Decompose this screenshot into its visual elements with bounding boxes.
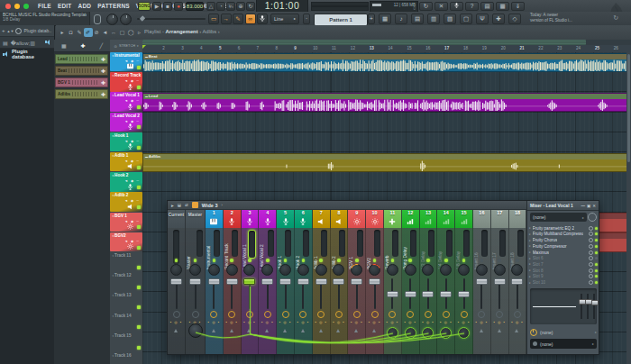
step-record-icon[interactable]: →	[221, 14, 232, 24]
mixer-strip-adlib-1[interactable]: 7Adlib 1▪ ◎ ▪	[313, 210, 331, 354]
strip-body[interactable]: Adlib 2▪ ◎ ▪	[331, 228, 348, 354]
send-knob[interactable]	[422, 327, 434, 339]
strip-header[interactable]: 6	[295, 210, 312, 228]
piano-roll-icon[interactable]: ♪	[395, 14, 407, 24]
mixer-strip-reverb[interactable]: 11Reverb▪ ◎ ▪	[384, 210, 402, 354]
save-icon[interactable]: ▤	[480, 2, 494, 11]
strip-fader[interactable]	[208, 278, 220, 285]
stereo-sep-knob[interactable]	[299, 311, 306, 318]
track-header-8[interactable]: Adlib 2◄ ◆ ─	[110, 192, 142, 211]
play-button[interactable]: ▶	[152, 2, 161, 11]
rack-slot-10[interactable]: ▸Slot 10	[529, 279, 598, 286]
route-arrow[interactable]	[174, 329, 178, 332]
mixer-strip-insert-16[interactable]: 16Insert 16▪ ◎ ▪	[473, 210, 491, 354]
strip-led[interactable]	[319, 259, 323, 262]
strip-body[interactable]: Insert 16▪ ◎ ▪	[473, 228, 490, 354]
master-route-knob[interactable]	[188, 323, 203, 338]
mixer-detach-icon[interactable]: ⬓	[178, 203, 181, 207]
strip-pan-knob[interactable]	[170, 264, 182, 276]
strip-pan-knob[interactable]	[316, 264, 327, 276]
route-arrow[interactable]	[319, 329, 323, 332]
strip-led[interactable]	[516, 259, 519, 262]
track-header-10[interactable]: BGV2◄ ◆ ─	[110, 232, 142, 251]
strip-pan-knob[interactable]	[476, 264, 488, 276]
song-mode-button[interactable]: SONG	[138, 2, 151, 11]
rack-slot-4[interactable]: ▸Fruity Compressor	[529, 243, 598, 250]
mixer-layout-selector[interactable]: Wide 3	[202, 203, 218, 208]
pattern-selector[interactable]: Pattern 1	[314, 14, 368, 26]
strip-fader[interactable]	[226, 278, 238, 285]
track-header-16[interactable]: Track 16	[110, 352, 142, 364]
strip-body[interactable]: BGV 1▪ ◎ ▪	[348, 228, 365, 354]
time-shuttle-slider[interactable]	[137, 18, 206, 20]
slot-name[interactable]: Slot 7	[533, 262, 544, 267]
track-armed-led[interactable]	[137, 186, 141, 189]
route-arrow[interactable]	[515, 329, 518, 332]
strip-fader[interactable]	[387, 291, 398, 297]
close-window-button[interactable]	[5, 4, 11, 9]
main-volume-knob[interactable]	[106, 14, 118, 25]
rack-slot-1[interactable]: ▸Fruity parametric EQ 2	[529, 225, 598, 232]
time-display[interactable]: 1:01:00	[256, 0, 308, 12]
picker-clip-beat[interactable]: Beat✚	[55, 66, 108, 76]
strip-led[interactable]	[426, 259, 430, 262]
export-icon[interactable]: ⇓	[511, 2, 525, 11]
project-picker-icon[interactable]: ▢	[460, 14, 472, 24]
main-pitch-knob[interactable]	[120, 14, 132, 25]
track-armed-led[interactable]	[137, 266, 141, 269]
track-sun-icon[interactable]	[127, 243, 133, 250]
mixer-icon[interactable]: ▥	[427, 14, 440, 24]
slot-enable-led[interactable]	[595, 251, 598, 254]
track-mic-icon[interactable]	[127, 123, 133, 130]
slot-name[interactable]: Fruity Compressor	[533, 244, 567, 249]
strip-pan-knob[interactable]	[369, 264, 380, 276]
track-header-5[interactable]: Hook 1◄ ◆ ─	[110, 132, 142, 151]
stereo-sep-knob[interactable]	[228, 311, 235, 318]
send-knob[interactable]	[387, 327, 398, 339]
strip-header[interactable]: 1	[206, 210, 223, 228]
route-arrow[interactable]	[283, 329, 287, 332]
overdub-icon[interactable]: ⊕	[236, 2, 245, 11]
strip-body[interactable]: Insert 17▪ ◎ ▪	[491, 228, 508, 354]
mixer-strip-1-2-delay[interactable]: 131/2 Delay▪ ◎ ▪	[420, 210, 438, 354]
strip-body[interactable]: 1/2 Delay▪ ◎ ▪	[420, 228, 437, 354]
wait-input-icon[interactable]: ◔	[216, 2, 225, 11]
stereo-sep-knob[interactable]	[353, 311, 361, 318]
strip-header[interactable]: 9	[348, 210, 365, 228]
send-knob[interactable]	[405, 327, 416, 339]
slot-mix-knob[interactable]	[589, 280, 593, 285]
strip-led[interactable]	[462, 259, 466, 262]
strip-body[interactable]: Instrumental▪ ◎ ▪	[206, 228, 223, 354]
slot-name[interactable]: Fruity Chorus	[533, 238, 558, 242]
track-controls[interactable]: ◄ ◆ ─	[124, 139, 140, 143]
strip-body[interactable]: Record Track▪ ◎ ▪	[224, 228, 241, 354]
channel-rack-icon[interactable]: ▤	[411, 14, 424, 24]
route-arrow[interactable]	[230, 329, 233, 332]
stereo-sep-knob[interactable]	[461, 311, 468, 318]
stop-button[interactable]: ■	[163, 2, 172, 11]
pencil-icon[interactable]: ✎	[75, 28, 84, 37]
stereo-sep-knob[interactable]	[317, 311, 325, 318]
paint-icon[interactable]: ✐	[84, 28, 93, 37]
strip-fader[interactable]	[261, 278, 273, 285]
strip-pan-knob[interactable]	[208, 264, 220, 276]
slot-mix-knob[interactable]	[589, 250, 593, 255]
strip-led[interactable]	[391, 259, 395, 262]
track-speaker-icon[interactable]	[127, 163, 133, 169]
mixer-strip-bgv2[interactable]: 10BGV2▪ ◎ ▪	[366, 210, 384, 354]
strip-pan-knob[interactable]	[405, 264, 416, 276]
strip-header[interactable]: 16	[473, 210, 490, 228]
track-mic-icon[interactable]	[127, 84, 133, 90]
strip-pan-knob[interactable]	[243, 264, 255, 276]
strip-fader[interactable]	[511, 278, 523, 285]
rack-slot-5[interactable]: ▸Maximus	[529, 250, 598, 256]
slot-name[interactable]: Fruity Multiband Compressor	[533, 232, 583, 236]
select-icon[interactable]: ▢	[118, 28, 127, 37]
rack-slot-9[interactable]: ▸Slot 9	[529, 274, 598, 280]
stereo-sep-knob[interactable]	[407, 311, 414, 318]
track-armed-led[interactable]	[137, 66, 141, 69]
track-mic-icon[interactable]	[127, 184, 133, 190]
rack-titlebar[interactable]: Mixer - Lead Vocal 1 —▣✕	[527, 201, 599, 211]
rack-preset-dropdown[interactable]: (none)▸	[530, 213, 587, 222]
typing-piano-icon[interactable]: ▭	[208, 14, 219, 24]
